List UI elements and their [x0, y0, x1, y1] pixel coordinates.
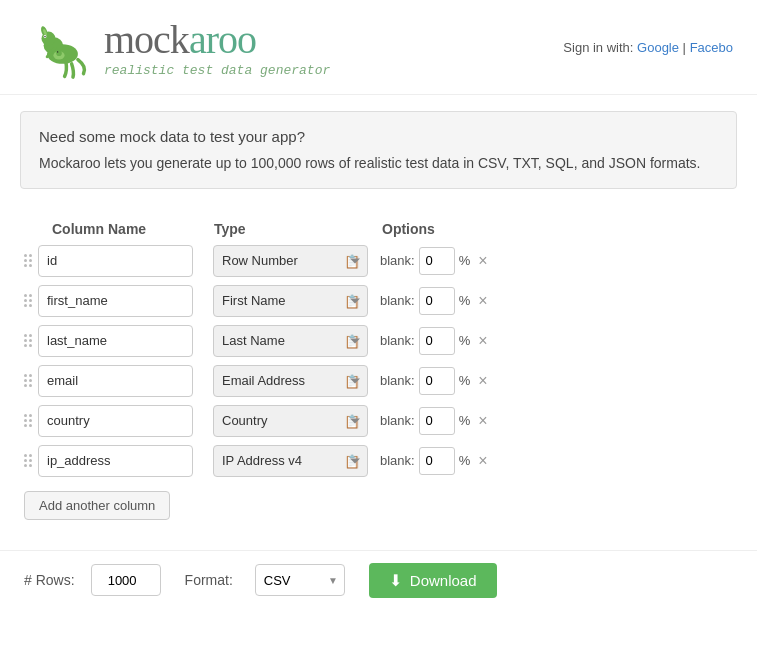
table-row: Row NumberFirst NameLast NameEmail Addre… — [24, 245, 733, 277]
blank-label: blank: — [380, 253, 415, 268]
signin-separator: | — [683, 40, 686, 55]
header-column-name: Column Name — [52, 221, 214, 237]
sign-in-area: Sign in with: Google | Facebo — [563, 40, 733, 55]
brand-text-2: aroo — [189, 17, 256, 62]
percent-label: % — [459, 373, 471, 388]
table-row: Row NumberFirst NameLast NameEmail Addre… — [24, 365, 733, 397]
header-column-type: Type — [214, 221, 382, 237]
column-type-wrapper: Row NumberFirst NameLast NameEmail Addre… — [203, 445, 368, 477]
tagline: realistic test data generator — [104, 63, 330, 78]
blank-label: blank: — [380, 413, 415, 428]
blank-label: blank: — [380, 293, 415, 308]
column-name-input[interactable] — [38, 445, 193, 477]
column-type-wrapper: Row NumberFirst NameLast NameEmail Addre… — [203, 405, 368, 437]
percent-label: % — [459, 413, 471, 428]
remove-row-button[interactable]: × — [474, 453, 491, 469]
percent-label: % — [459, 253, 471, 268]
info-line2: Mockaroo lets you generate up to 100,000… — [39, 153, 718, 174]
svg-point-9 — [57, 51, 58, 52]
header: mockaroo realistic test data generator S… — [0, 0, 757, 95]
kangaroo-logo — [24, 12, 94, 82]
percent-label: % — [459, 333, 471, 348]
remove-row-button[interactable]: × — [474, 253, 491, 269]
remove-row-button[interactable]: × — [474, 333, 491, 349]
column-name-input[interactable] — [38, 285, 193, 317]
drag-handle[interactable] — [24, 294, 38, 307]
column-type-select[interactable]: Row NumberFirst NameLast NameEmail Addre… — [213, 245, 368, 277]
column-type-wrapper: Row NumberFirst NameLast NameEmail Addre… — [203, 245, 368, 277]
google-signin-link[interactable]: Google — [637, 40, 679, 55]
column-type-select[interactable]: Row NumberFirst NameLast NameEmail Addre… — [213, 285, 368, 317]
format-select[interactable]: CSVTXTSQLJSON — [255, 564, 345, 596]
download-icon: ⬇ — [389, 571, 402, 590]
column-name-input[interactable] — [38, 365, 193, 397]
info-line1: Need some mock data to test your app? — [39, 126, 718, 149]
column-name-input[interactable] — [38, 405, 193, 437]
rows-label: # Rows: — [24, 572, 75, 588]
column-type-select[interactable]: Row NumberFirst NameLast NameEmail Addre… — [213, 325, 368, 357]
options-area: blank:%× — [380, 287, 492, 315]
header-column-options: Options — [382, 221, 435, 237]
options-area: blank:%× — [380, 367, 492, 395]
blank-label: blank: — [380, 373, 415, 388]
blank-label: blank: — [380, 333, 415, 348]
blank-label: blank: — [380, 453, 415, 468]
drag-handle[interactable] — [24, 334, 38, 347]
blank-input[interactable] — [419, 327, 455, 355]
format-select-wrapper: CSVTXTSQLJSON — [255, 564, 345, 596]
column-name-input[interactable] — [38, 245, 193, 277]
main-content: Column Name Type Options Row NumberFirst… — [0, 205, 757, 540]
drag-handle[interactable] — [24, 454, 38, 467]
remove-row-button[interactable]: × — [474, 293, 491, 309]
logo-area: mockaroo realistic test data generator — [24, 12, 330, 82]
percent-label: % — [459, 453, 471, 468]
blank-input[interactable] — [419, 247, 455, 275]
column-name-input[interactable] — [38, 325, 193, 357]
brand-text-1: mock — [104, 17, 189, 62]
table-row: Row NumberFirst NameLast NameEmail Addre… — [24, 405, 733, 437]
blank-input[interactable] — [419, 287, 455, 315]
drag-handle[interactable] — [24, 254, 38, 267]
download-label: Download — [410, 572, 477, 589]
column-type-wrapper: Row NumberFirst NameLast NameEmail Addre… — [203, 365, 368, 397]
options-area: blank:%× — [380, 247, 492, 275]
svg-point-8 — [56, 51, 62, 57]
add-column-button[interactable]: Add another column — [24, 491, 170, 520]
table-row: Row NumberFirst NameLast NameEmail Addre… — [24, 285, 733, 317]
options-area: blank:%× — [380, 327, 492, 355]
format-label: Format: — [185, 572, 233, 588]
brand-wrapper: mockaroo realistic test data generator — [104, 16, 330, 78]
remove-row-button[interactable]: × — [474, 373, 491, 389]
signin-prefix: Sign in with: — [563, 40, 633, 55]
column-headers: Column Name Type Options — [24, 215, 733, 245]
column-type-select[interactable]: Row NumberFirst NameLast NameEmail Addre… — [213, 365, 368, 397]
column-type-select[interactable]: Row NumberFirst NameLast NameEmail Addre… — [213, 445, 368, 477]
table-row: Row NumberFirst NameLast NameEmail Addre… — [24, 445, 733, 477]
column-type-wrapper: Row NumberFirst NameLast NameEmail Addre… — [203, 285, 368, 317]
rows-container: Row NumberFirst NameLast NameEmail Addre… — [24, 245, 733, 477]
options-area: blank:%× — [380, 447, 492, 475]
footer-bar: # Rows: Format: CSVTXTSQLJSON ⬇ Download — [0, 550, 757, 610]
svg-point-6 — [44, 36, 45, 37]
blank-input[interactable] — [419, 367, 455, 395]
table-row: Row NumberFirst NameLast NameEmail Addre… — [24, 325, 733, 357]
remove-row-button[interactable]: × — [474, 413, 491, 429]
drag-handle[interactable] — [24, 414, 38, 427]
drag-handle[interactable] — [24, 374, 38, 387]
blank-input[interactable] — [419, 447, 455, 475]
blank-input[interactable] — [419, 407, 455, 435]
column-type-select[interactable]: Row NumberFirst NameLast NameEmail Addre… — [213, 405, 368, 437]
percent-label: % — [459, 293, 471, 308]
options-area: blank:%× — [380, 407, 492, 435]
column-type-wrapper: Row NumberFirst NameLast NameEmail Addre… — [203, 325, 368, 357]
brand-name: mockaroo — [104, 16, 256, 63]
rows-input[interactable] — [91, 564, 161, 596]
info-banner: Need some mock data to test your app? Mo… — [20, 111, 737, 189]
download-button[interactable]: ⬇ Download — [369, 563, 497, 598]
facebook-signin-link[interactable]: Facebo — [690, 40, 733, 55]
